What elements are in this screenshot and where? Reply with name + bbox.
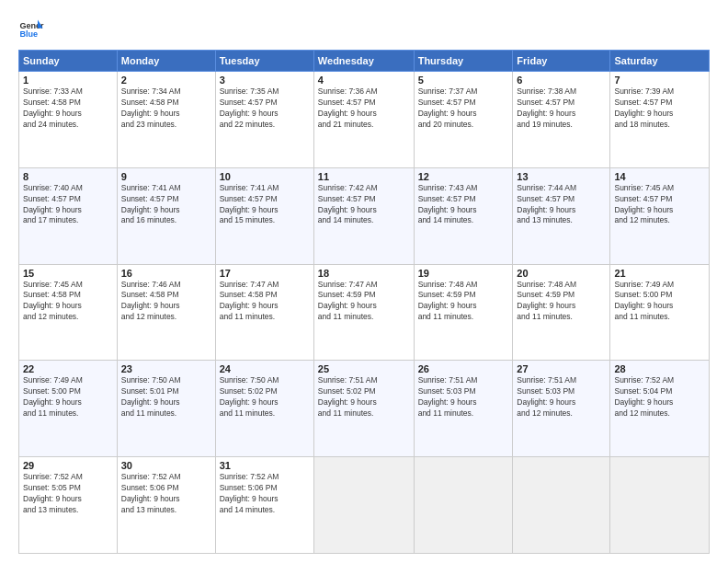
day-info: Sunrise: 7:41 AM Sunset: 4:57 PM Dayligh…: [220, 183, 310, 227]
day-info: Sunrise: 7:34 AM Sunset: 4:58 PM Dayligh…: [121, 86, 211, 131]
calendar-cell: 17Sunrise: 7:47 AM Sunset: 4:58 PM Dayli…: [215, 264, 313, 361]
page: General Blue SundayMondayTuesdayWednesda…: [0, 0, 728, 563]
day-number: 3: [220, 75, 310, 86]
day-number: 31: [220, 460, 310, 471]
svg-text:Blue: Blue: [19, 29, 38, 39]
week-row-5: 29Sunrise: 7:52 AM Sunset: 5:05 PM Dayli…: [19, 457, 710, 554]
calendar-cell: 31Sunrise: 7:52 AM Sunset: 5:06 PM Dayli…: [215, 457, 313, 554]
day-number: 22: [23, 363, 113, 374]
calendar-cell: 21Sunrise: 7:49 AM Sunset: 5:00 PM Dayli…: [610, 264, 710, 361]
logo-icon: General Blue: [18, 17, 44, 42]
day-info: Sunrise: 7:47 AM Sunset: 4:59 PM Dayligh…: [318, 280, 410, 324]
calendar-cell: [610, 457, 710, 554]
day-number: 5: [418, 75, 509, 86]
calendar-cell: 2Sunrise: 7:34 AM Sunset: 4:58 PM Daylig…: [117, 72, 215, 168]
day-number: 10: [220, 171, 310, 182]
day-info: Sunrise: 7:49 AM Sunset: 5:00 PM Dayligh…: [23, 375, 113, 419]
day-info: Sunrise: 7:50 AM Sunset: 5:02 PM Dayligh…: [220, 375, 310, 419]
calendar-cell: 18Sunrise: 7:47 AM Sunset: 4:59 PM Dayli…: [313, 264, 414, 361]
day-number: 25: [318, 363, 410, 374]
day-number: 2: [121, 75, 211, 86]
calendar-cell: 30Sunrise: 7:52 AM Sunset: 5:06 PM Dayli…: [117, 457, 215, 554]
calendar-cell: 14Sunrise: 7:45 AM Sunset: 4:57 PM Dayli…: [610, 167, 710, 264]
day-info: Sunrise: 7:38 AM Sunset: 4:57 PM Dayligh…: [517, 86, 606, 131]
day-info: Sunrise: 7:45 AM Sunset: 4:58 PM Dayligh…: [23, 280, 113, 324]
day-number: 23: [121, 363, 211, 374]
weekday-thursday: Thursday: [414, 51, 513, 72]
day-info: Sunrise: 7:48 AM Sunset: 4:59 PM Dayligh…: [418, 280, 509, 324]
week-row-4: 22Sunrise: 7:49 AM Sunset: 5:00 PM Dayli…: [19, 361, 710, 457]
day-number: 21: [614, 268, 705, 279]
day-number: 20: [517, 268, 606, 279]
day-number: 9: [121, 171, 211, 182]
calendar-cell: 15Sunrise: 7:45 AM Sunset: 4:58 PM Dayli…: [19, 264, 118, 361]
day-number: 13: [517, 171, 606, 182]
day-info: Sunrise: 7:45 AM Sunset: 4:57 PM Dayligh…: [614, 183, 705, 227]
day-number: 27: [517, 363, 606, 374]
calendar-cell: 5Sunrise: 7:37 AM Sunset: 4:57 PM Daylig…: [414, 72, 513, 168]
weekday-friday: Friday: [513, 51, 610, 72]
day-number: 6: [517, 75, 606, 86]
day-info: Sunrise: 7:42 AM Sunset: 4:57 PM Dayligh…: [318, 183, 410, 227]
calendar-cell: [414, 457, 513, 554]
calendar-cell: 7Sunrise: 7:39 AM Sunset: 4:57 PM Daylig…: [610, 72, 710, 168]
day-number: 15: [23, 268, 113, 279]
day-info: Sunrise: 7:52 AM Sunset: 5:05 PM Dayligh…: [23, 472, 113, 516]
calendar-cell: 29Sunrise: 7:52 AM Sunset: 5:05 PM Dayli…: [19, 457, 118, 554]
calendar-cell: 20Sunrise: 7:48 AM Sunset: 4:59 PM Dayli…: [513, 264, 610, 361]
calendar-cell: 25Sunrise: 7:51 AM Sunset: 5:02 PM Dayli…: [313, 361, 414, 457]
weekday-saturday: Saturday: [610, 51, 710, 72]
week-row-3: 15Sunrise: 7:45 AM Sunset: 4:58 PM Dayli…: [19, 264, 710, 361]
day-info: Sunrise: 7:35 AM Sunset: 4:57 PM Dayligh…: [220, 86, 310, 131]
calendar-cell: 19Sunrise: 7:48 AM Sunset: 4:59 PM Dayli…: [414, 264, 513, 361]
day-number: 1: [23, 75, 113, 86]
day-number: 24: [220, 363, 310, 374]
day-info: Sunrise: 7:43 AM Sunset: 4:57 PM Dayligh…: [418, 183, 509, 227]
weekday-tuesday: Tuesday: [215, 51, 313, 72]
day-number: 18: [318, 268, 410, 279]
day-number: 14: [614, 171, 705, 182]
calendar-cell: 16Sunrise: 7:46 AM Sunset: 4:58 PM Dayli…: [117, 264, 215, 361]
calendar-cell: 1Sunrise: 7:33 AM Sunset: 4:58 PM Daylig…: [19, 72, 118, 168]
weekday-header-row: SundayMondayTuesdayWednesdayThursdayFrid…: [19, 51, 710, 72]
day-number: 19: [418, 268, 509, 279]
day-info: Sunrise: 7:47 AM Sunset: 4:58 PM Dayligh…: [220, 280, 310, 324]
day-info: Sunrise: 7:48 AM Sunset: 4:59 PM Dayligh…: [517, 280, 606, 324]
calendar-cell: 24Sunrise: 7:50 AM Sunset: 5:02 PM Dayli…: [215, 361, 313, 457]
day-number: 16: [121, 268, 211, 279]
day-number: 29: [23, 460, 113, 471]
day-number: 26: [418, 363, 509, 374]
calendar-cell: 6Sunrise: 7:38 AM Sunset: 4:57 PM Daylig…: [513, 72, 610, 168]
day-number: 17: [220, 268, 310, 279]
day-info: Sunrise: 7:33 AM Sunset: 4:58 PM Dayligh…: [23, 86, 113, 131]
day-info: Sunrise: 7:39 AM Sunset: 4:57 PM Dayligh…: [614, 86, 705, 131]
day-number: 12: [418, 171, 509, 182]
day-info: Sunrise: 7:44 AM Sunset: 4:57 PM Dayligh…: [517, 183, 606, 227]
calendar-cell: 13Sunrise: 7:44 AM Sunset: 4:57 PM Dayli…: [513, 167, 610, 264]
day-info: Sunrise: 7:36 AM Sunset: 4:57 PM Dayligh…: [318, 86, 410, 131]
day-info: Sunrise: 7:37 AM Sunset: 4:57 PM Dayligh…: [418, 86, 509, 131]
calendar-cell: 8Sunrise: 7:40 AM Sunset: 4:57 PM Daylig…: [19, 167, 118, 264]
calendar-cell: 9Sunrise: 7:41 AM Sunset: 4:57 PM Daylig…: [117, 167, 215, 264]
weekday-monday: Monday: [117, 51, 215, 72]
calendar-cell: 28Sunrise: 7:52 AM Sunset: 5:04 PM Dayli…: [610, 361, 710, 457]
weekday-wednesday: Wednesday: [313, 51, 414, 72]
day-info: Sunrise: 7:46 AM Sunset: 4:58 PM Dayligh…: [121, 280, 211, 324]
day-info: Sunrise: 7:51 AM Sunset: 5:03 PM Dayligh…: [418, 375, 509, 419]
calendar-cell: 27Sunrise: 7:51 AM Sunset: 5:03 PM Dayli…: [513, 361, 610, 457]
calendar-cell: 4Sunrise: 7:36 AM Sunset: 4:57 PM Daylig…: [313, 72, 414, 168]
day-number: 4: [318, 75, 410, 86]
calendar-cell: 11Sunrise: 7:42 AM Sunset: 4:57 PM Dayli…: [313, 167, 414, 264]
day-number: 7: [614, 75, 705, 86]
calendar-cell: 3Sunrise: 7:35 AM Sunset: 4:57 PM Daylig…: [215, 72, 313, 168]
day-info: Sunrise: 7:41 AM Sunset: 4:57 PM Dayligh…: [121, 183, 211, 227]
day-number: 28: [614, 363, 705, 374]
day-number: 30: [121, 460, 211, 471]
calendar-cell: [513, 457, 610, 554]
day-info: Sunrise: 7:40 AM Sunset: 4:57 PM Dayligh…: [23, 183, 113, 227]
logo: General Blue: [18, 17, 44, 42]
day-info: Sunrise: 7:52 AM Sunset: 5:06 PM Dayligh…: [220, 472, 310, 516]
day-info: Sunrise: 7:49 AM Sunset: 5:00 PM Dayligh…: [614, 280, 705, 324]
day-info: Sunrise: 7:52 AM Sunset: 5:04 PM Dayligh…: [614, 375, 705, 419]
calendar-cell: 22Sunrise: 7:49 AM Sunset: 5:00 PM Dayli…: [19, 361, 118, 457]
